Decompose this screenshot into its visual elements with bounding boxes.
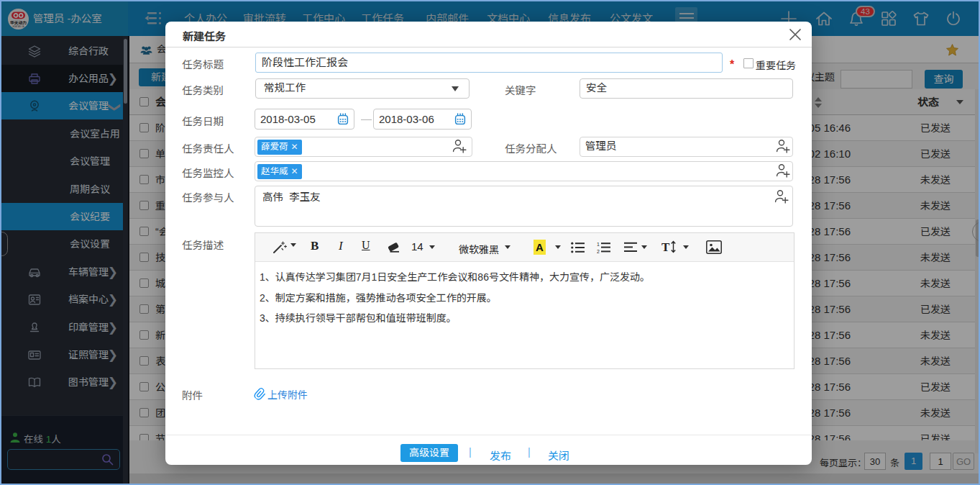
svg-text:2: 2 [597,249,600,254]
svg-text:1: 1 [597,242,600,247]
svg-text:T: T [661,240,670,254]
